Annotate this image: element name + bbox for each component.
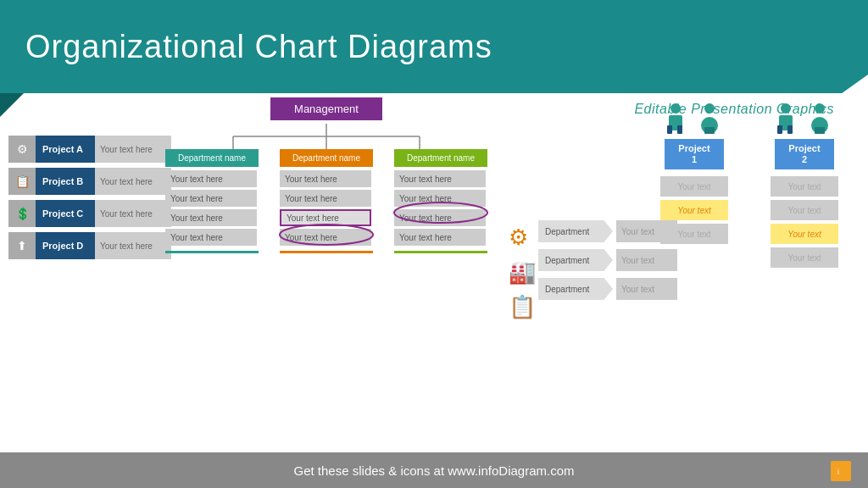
- project-2-header: Project2: [775, 139, 834, 169]
- your-text-3: Your text: [616, 278, 677, 300]
- project-c-text: Your text here: [95, 200, 171, 227]
- dept-col-3: Department name Your text here Your text…: [394, 149, 487, 253]
- dollar-icon: 💲: [8, 200, 36, 227]
- dept-row-3: Department Your text: [538, 278, 691, 300]
- dept-2-label: Department name: [280, 149, 373, 167]
- proj1-text-1: Your text: [660, 176, 728, 197]
- header-banner: Organizational Chart Diagrams: [0, 0, 868, 93]
- proj2-text-1: Your text: [771, 176, 838, 197]
- dept-1-text-2: Your text here: [165, 190, 257, 207]
- person-icon-1: [665, 102, 693, 136]
- proj-text-row-1: Your text Your text: [639, 176, 860, 197]
- dept-col-2: Department name Your text here Your text…: [280, 149, 373, 253]
- svg-point-11: [704, 103, 715, 114]
- svg-rect-20: [815, 127, 825, 134]
- project-c-label: Project C: [36, 200, 95, 227]
- proj1-text-2-highlight: Your text: [660, 200, 728, 220]
- upload-icon: ⬆: [8, 232, 36, 259]
- svg-rect-16: [777, 125, 782, 134]
- right-section: Project1 Project2: [639, 102, 860, 271]
- footer-logo: i: [831, 461, 851, 481]
- dept-3-text-3: Your text here: [394, 209, 486, 226]
- dept-3-text-2: Your text here: [394, 190, 486, 207]
- project-d-label: Project D: [36, 232, 95, 259]
- people-group-1: Project1: [648, 102, 741, 169]
- project-1-header: Project1: [665, 139, 724, 169]
- proj2-text-2: Your text: [771, 200, 838, 220]
- gear-icon-mid: ⚙: [509, 225, 528, 251]
- dept-arrow-1: Department: [538, 220, 613, 242]
- svg-rect-10: [677, 125, 682, 134]
- svg-rect-13: [704, 127, 715, 134]
- person-icon-4: [806, 102, 833, 136]
- project-d-text: Your text here: [95, 232, 171, 259]
- management-row: Management: [165, 97, 487, 120]
- dept-1-label: Department name: [165, 149, 259, 167]
- clipboard-icon: 📋: [8, 168, 36, 195]
- project-b-text: Your text here: [95, 168, 171, 195]
- department-row: Department name Your text here Your text…: [165, 149, 487, 253]
- people-icons-1: [665, 102, 723, 136]
- dept-arrow-3: Department: [538, 278, 613, 300]
- person-icon-2: [696, 102, 723, 136]
- footer: Get these slides & icons at www.infoDiag…: [0, 452, 868, 488]
- dept-col-1: Department name Your text here Your text…: [165, 149, 259, 253]
- factory-icon: 🏭: [509, 259, 536, 286]
- svg-text:i: i: [837, 468, 839, 476]
- people-icons-row: Project1 Project2: [639, 102, 860, 169]
- proj1-spacer: [660, 247, 728, 268]
- dept-3-text-1: Your text here: [394, 170, 486, 187]
- dept-1-text-3: Your text here: [165, 209, 257, 226]
- project-a-text: Your text here: [95, 136, 171, 163]
- dept-2-text-4: Your text here: [280, 229, 371, 246]
- org-chart: Management Department name Your text her…: [165, 97, 487, 258]
- management-box: Management: [270, 97, 382, 120]
- dept-2-text-3: Your text here: [280, 209, 371, 226]
- proj-text-row-4: Your text: [639, 247, 860, 268]
- proj2-text-4: Your text: [771, 247, 838, 268]
- dept-3-label: Department name: [394, 149, 487, 167]
- dept-1-text-4: Your text here: [165, 229, 257, 246]
- people-group-2: Project2: [758, 102, 851, 169]
- svg-rect-17: [787, 125, 793, 134]
- dept-arrow-2: Department: [538, 249, 613, 271]
- connector-lines: [182, 124, 470, 149]
- gear-icon: ⚙: [8, 136, 36, 163]
- footer-text: Get these slides & icons at www.infoDiag…: [294, 463, 575, 478]
- svg-point-18: [815, 103, 825, 114]
- logo-icon: i: [835, 465, 847, 477]
- proj2-text-3-highlight: Your text: [771, 224, 838, 244]
- people-icons-2: [776, 102, 833, 136]
- dept-2-text-1: Your text here: [280, 170, 371, 187]
- svg-rect-9: [667, 125, 672, 134]
- svg-point-14: [781, 103, 791, 114]
- main-content: ⚙ Project A Your text here 📋 Project B Y…: [0, 93, 868, 452]
- document-icon: 📋: [509, 294, 536, 320]
- dept-1-text-1: Your text here: [165, 170, 257, 187]
- dept-3-text-4: Your text here: [394, 229, 486, 246]
- proj-text-row-3: Your text Your text: [639, 224, 860, 244]
- project-b-label: Project B: [36, 168, 95, 195]
- dept-2-text-2: Your text here: [280, 190, 371, 207]
- project-a-label: Project A: [36, 136, 95, 163]
- person-icon-3: [776, 102, 803, 136]
- svg-point-7: [670, 103, 681, 114]
- proj1-text-3: Your text: [660, 224, 728, 244]
- proj-text-row-2: Your text Your text: [639, 200, 860, 220]
- page-title: Organizational Chart Diagrams: [25, 29, 492, 65]
